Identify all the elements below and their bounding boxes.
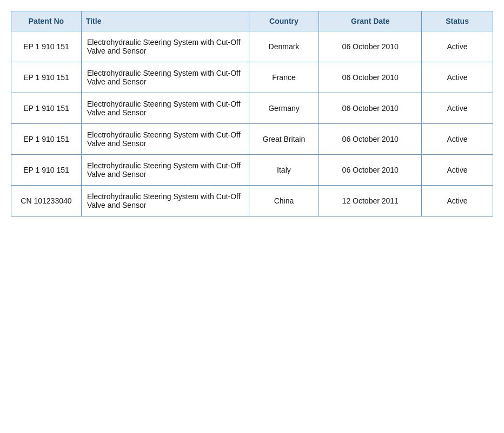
cell-status: Active <box>422 186 493 216</box>
cell-status: Active <box>422 124 493 155</box>
cell-title: Electrohydraulic Steering System with Cu… <box>81 124 249 155</box>
cell-status: Active <box>422 155 493 186</box>
cell-country: Great Britain <box>249 124 319 155</box>
header-grant-date: Grant Date <box>319 11 422 31</box>
patent-table: Patent No Title Country Grant Date Statu… <box>11 11 493 216</box>
cell-title: Electrohydraulic Steering System with Cu… <box>81 93 249 124</box>
cell-patent-no: EP 1 910 151 <box>11 31 82 62</box>
table-row: CN 101233040Electrohydraulic Steering Sy… <box>11 186 493 216</box>
table-header-row: Patent No Title Country Grant Date Statu… <box>11 11 493 31</box>
cell-title: Electrohydraulic Steering System with Cu… <box>81 186 249 216</box>
cell-patent-no: EP 1 910 151 <box>11 124 82 155</box>
cell-country: China <box>249 186 319 216</box>
cell-grant-date: 06 October 2010 <box>319 31 422 62</box>
cell-title: Electrohydraulic Steering System with Cu… <box>81 155 249 186</box>
cell-title: Electrohydraulic Steering System with Cu… <box>81 31 249 62</box>
table-row: EP 1 910 151Electrohydraulic Steering Sy… <box>11 62 493 93</box>
cell-status: Active <box>422 62 493 93</box>
cell-patent-no: EP 1 910 151 <box>11 93 82 124</box>
cell-patent-no: CN 101233040 <box>11 186 82 216</box>
cell-grant-date: 06 October 2010 <box>319 124 422 155</box>
header-title: Title <box>81 11 249 31</box>
patent-table-container: Patent No Title Country Grant Date Statu… <box>11 11 493 216</box>
cell-status: Active <box>422 93 493 124</box>
cell-grant-date: 06 October 2010 <box>319 62 422 93</box>
table-row: EP 1 910 151Electrohydraulic Steering Sy… <box>11 93 493 124</box>
cell-status: Active <box>422 31 493 62</box>
header-status: Status <box>422 11 493 31</box>
header-country: Country <box>249 11 319 31</box>
cell-country: Italy <box>249 155 319 186</box>
cell-patent-no: EP 1 910 151 <box>11 155 82 186</box>
cell-grant-date: 12 October 2011 <box>319 186 422 216</box>
cell-country: France <box>249 62 319 93</box>
cell-grant-date: 06 October 2010 <box>319 155 422 186</box>
cell-country: Germany <box>249 93 319 124</box>
cell-title: Electrohydraulic Steering System with Cu… <box>81 62 249 93</box>
cell-country: Denmark <box>249 31 319 62</box>
header-patent-no: Patent No <box>11 11 82 31</box>
cell-patent-no: EP 1 910 151 <box>11 62 82 93</box>
table-row: EP 1 910 151Electrohydraulic Steering Sy… <box>11 124 493 155</box>
table-row: EP 1 910 151Electrohydraulic Steering Sy… <box>11 31 493 62</box>
table-row: EP 1 910 151Electrohydraulic Steering Sy… <box>11 155 493 186</box>
cell-grant-date: 06 October 2010 <box>319 93 422 124</box>
